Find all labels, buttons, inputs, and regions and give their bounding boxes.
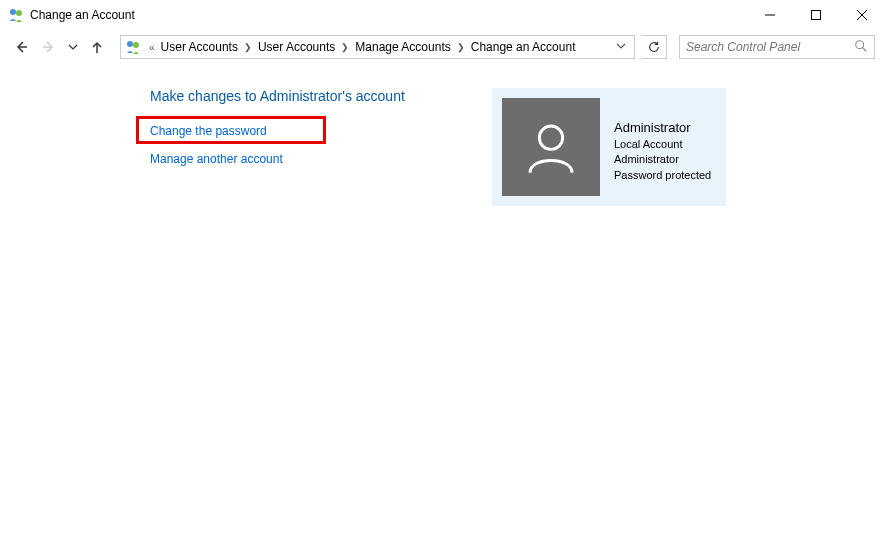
change-password-link[interactable]: Change the password: [150, 124, 480, 138]
svg-rect-3: [812, 11, 821, 20]
breadcrumb-item[interactable]: Change an Account: [469, 40, 578, 54]
maximize-button[interactable]: [793, 0, 839, 30]
navigation-bar: « User Accounts ❯ User Accounts ❯ Manage…: [0, 30, 885, 64]
svg-point-1: [16, 10, 22, 16]
close-button[interactable]: [839, 0, 885, 30]
search-icon[interactable]: [854, 39, 868, 56]
search-box[interactable]: [679, 35, 875, 59]
chevron-right-icon: ❯: [453, 42, 469, 52]
avatar: [502, 98, 600, 196]
chevron-right-icon: ❯: [337, 42, 353, 52]
account-type: Local Account: [614, 137, 711, 152]
user-accounts-icon: [125, 39, 141, 55]
forward-button[interactable]: [38, 36, 60, 58]
address-bar[interactable]: « User Accounts ❯ User Accounts ❯ Manage…: [120, 35, 635, 59]
window-title: Change an Account: [30, 8, 747, 22]
actions-column: Make changes to Administrator's account …: [150, 88, 480, 180]
svg-point-0: [10, 9, 16, 15]
search-input[interactable]: [686, 40, 854, 54]
address-dropdown-button[interactable]: [612, 41, 630, 53]
user-icon: [523, 119, 579, 175]
svg-point-10: [133, 42, 139, 48]
account-name: Administrator: [614, 120, 711, 135]
svg-point-13: [539, 126, 562, 149]
svg-line-12: [863, 47, 867, 51]
back-button[interactable]: [10, 36, 32, 58]
account-info: Administrator Local Account Administrato…: [614, 98, 711, 196]
window-controls: [747, 0, 885, 30]
account-password-status: Password protected: [614, 168, 711, 183]
user-accounts-icon: [8, 7, 24, 23]
manage-another-account-link[interactable]: Manage another account: [150, 152, 480, 166]
up-button[interactable]: [86, 36, 108, 58]
titlebar: Change an Account: [0, 0, 885, 30]
breadcrumb-item[interactable]: Manage Accounts: [353, 40, 452, 54]
content-area: Make changes to Administrator's account …: [0, 64, 885, 206]
breadcrumb-item[interactable]: User Accounts: [256, 40, 337, 54]
breadcrumb-item[interactable]: User Accounts: [159, 40, 240, 54]
minimize-button[interactable]: [747, 0, 793, 30]
chevron-right-icon: ❯: [240, 42, 256, 52]
svg-point-9: [127, 41, 133, 47]
account-role: Administrator: [614, 152, 711, 167]
svg-point-11: [856, 40, 864, 48]
recent-locations-button[interactable]: [66, 36, 80, 58]
refresh-button[interactable]: [641, 35, 667, 59]
page-heading: Make changes to Administrator's account: [150, 88, 480, 104]
breadcrumb-prefix: «: [145, 42, 159, 53]
account-card[interactable]: Administrator Local Account Administrato…: [492, 88, 726, 206]
